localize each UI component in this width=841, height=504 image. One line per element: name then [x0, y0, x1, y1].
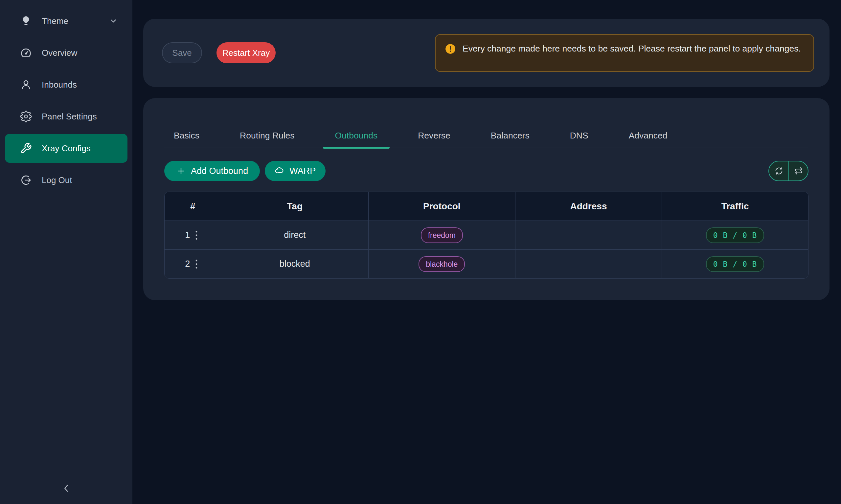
- refresh-button-group: [768, 161, 808, 181]
- address-cell: [515, 221, 662, 250]
- protocol-cell: blackhole: [368, 250, 515, 278]
- column-header-protocol: Protocol: [368, 192, 515, 221]
- lightbulb-icon: [20, 15, 32, 27]
- tab-routing-rules[interactable]: Routing Rules: [240, 130, 294, 148]
- tag-cell: direct: [221, 221, 368, 250]
- table-header-row: # Tag Protocol Address Traffic: [165, 192, 808, 221]
- sidebar-item-label: Panel Settings: [42, 111, 97, 122]
- sidebar-item-overview[interactable]: Overview: [5, 38, 127, 67]
- theme-label: Theme: [42, 16, 68, 26]
- repeat-icon: [794, 166, 803, 176]
- sync-button[interactable]: [769, 161, 788, 180]
- sidebar-item-log-out[interactable]: Log Out: [5, 166, 127, 195]
- warp-label: WARP: [289, 166, 316, 176]
- plus-icon: [176, 166, 186, 176]
- warning-circle-icon: [445, 43, 456, 54]
- traffic-badge: 0 B / 0 B: [706, 228, 765, 243]
- tag-cell: blocked: [221, 250, 368, 278]
- protocol-cell: freedom: [368, 221, 515, 250]
- column-header-tag: Tag: [221, 192, 368, 221]
- traffic-cell: 0 B / 0 B: [662, 250, 808, 278]
- theme-selector[interactable]: Theme: [5, 6, 127, 35]
- repeat-button[interactable]: [788, 161, 808, 180]
- tab-outbounds[interactable]: Outbounds: [335, 130, 378, 148]
- restart-xray-button[interactable]: Restart Xray: [217, 42, 276, 63]
- sidebar-item-label: Log Out: [42, 175, 72, 185]
- cloud-icon: [275, 166, 285, 176]
- sidebar-item-label: Inbounds: [42, 80, 77, 90]
- tab-balancers[interactable]: Balancers: [491, 130, 530, 148]
- tab-reverse[interactable]: Reverse: [418, 130, 450, 148]
- column-header-address: Address: [515, 192, 662, 221]
- gear-icon: [20, 111, 32, 122]
- address-cell: [515, 250, 662, 278]
- row-menu-button[interactable]: [192, 257, 201, 271]
- chevron-left-icon: [61, 483, 72, 493]
- sidebar-item-label: Xray Configs: [42, 143, 91, 154]
- sync-icon: [774, 166, 784, 176]
- tab-advanced[interactable]: Advanced: [629, 130, 668, 148]
- traffic-cell: 0 B / 0 B: [662, 221, 808, 250]
- xray-config-card: Basics Routing Rules Outbounds Reverse B…: [143, 98, 829, 300]
- table-row: 1 direct freedom: [165, 221, 808, 250]
- toolbar-card: Save Restart Xray Every change made here…: [143, 19, 829, 87]
- outbounds-table: # Tag Protocol Address Traffic 1: [164, 192, 808, 278]
- column-header-traffic: Traffic: [662, 192, 808, 221]
- config-tabs: Basics Routing Rules Outbounds Reverse B…: [164, 98, 808, 148]
- logout-icon: [20, 174, 32, 186]
- traffic-badge: 0 B / 0 B: [706, 256, 765, 272]
- sidebar-item-inbounds[interactable]: Inbounds: [5, 70, 127, 99]
- table-row: 2 blocked blackhole: [165, 250, 808, 278]
- protocol-badge: blackhole: [418, 256, 465, 272]
- chevron-down-icon: [109, 17, 118, 25]
- tab-basics[interactable]: Basics: [174, 130, 200, 148]
- restart-warning-alert: Every change made here needs to be saved…: [435, 34, 814, 72]
- sidebar: Theme Overview Inbounds Panel Set: [0, 0, 132, 504]
- add-outbound-label: Add Outbound: [191, 166, 248, 176]
- protocol-badge: freedom: [421, 228, 463, 243]
- row-index: 2: [185, 259, 190, 269]
- outbounds-actions: Add Outbound WARP: [164, 161, 808, 181]
- more-vertical-icon: [195, 259, 198, 269]
- tab-dns[interactable]: DNS: [570, 130, 588, 148]
- sidebar-collapse-button[interactable]: [58, 480, 75, 497]
- sidebar-item-xray-configs[interactable]: Xray Configs: [5, 134, 127, 163]
- alert-text: Every change made here needs to be saved…: [463, 42, 801, 55]
- row-index: 1: [185, 230, 190, 240]
- more-vertical-icon: [195, 230, 198, 240]
- main-content: Save Restart Xray Every change made here…: [132, 0, 841, 504]
- warp-button[interactable]: WARP: [265, 161, 326, 181]
- row-menu-button[interactable]: [192, 229, 201, 242]
- add-outbound-button[interactable]: Add Outbound: [164, 161, 260, 181]
- sidebar-item-label: Overview: [42, 48, 77, 58]
- sidebar-item-panel-settings[interactable]: Panel Settings: [5, 102, 127, 131]
- column-header-index: #: [165, 192, 221, 221]
- user-icon: [20, 79, 32, 91]
- wrench-icon: [20, 142, 32, 154]
- gauge-icon: [20, 47, 32, 59]
- save-button[interactable]: Save: [162, 42, 202, 63]
